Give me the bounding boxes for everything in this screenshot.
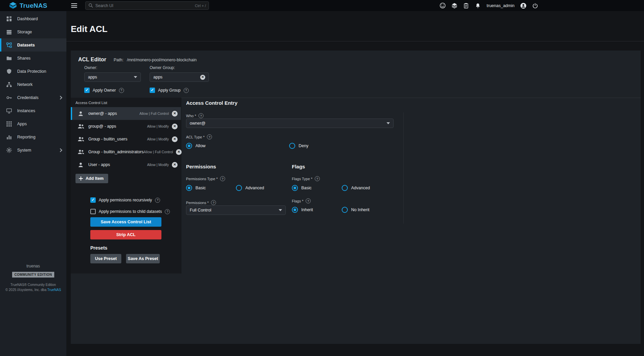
acl-entry-name: Group - builtin_administrators bbox=[88, 150, 144, 154]
help-icon[interactable] bbox=[165, 209, 170, 214]
help-icon[interactable] bbox=[211, 200, 216, 205]
radio-icon bbox=[186, 143, 192, 149]
who-select[interactable]: owner@ bbox=[186, 119, 394, 128]
checklist-clipboard-icon[interactable] bbox=[462, 1, 470, 10]
sidebar-item-data-protection[interactable]: Data Protection bbox=[0, 65, 66, 78]
user-avatar-icon[interactable] bbox=[519, 1, 528, 10]
sidebar-item-datasets[interactable]: Datasets bbox=[0, 38, 66, 52]
acl-entry-permissions: Allow | Modify bbox=[147, 124, 169, 128]
help-icon[interactable] bbox=[198, 113, 204, 118]
monitor-icon bbox=[6, 107, 12, 114]
flags-inherit-radio[interactable]: Inherit bbox=[292, 207, 313, 213]
flags-type-basic-radio[interactable]: Basic bbox=[292, 185, 312, 191]
gear-icon bbox=[6, 147, 12, 154]
help-icon[interactable] bbox=[119, 88, 124, 93]
sidebar-item-label: Reporting bbox=[17, 135, 35, 139]
plus-icon bbox=[79, 176, 83, 181]
owner-group-input[interactable] bbox=[153, 75, 194, 79]
apply-owner-checkbox[interactable] bbox=[84, 88, 90, 93]
sidebar-item-reporting[interactable]: Reporting bbox=[0, 130, 66, 143]
permissions-type-advanced-radio[interactable]: Advanced bbox=[236, 185, 264, 191]
search-input[interactable] bbox=[95, 3, 193, 8]
power-icon[interactable] bbox=[531, 1, 540, 10]
delete-icon[interactable] bbox=[176, 149, 182, 155]
chevron-right-icon bbox=[58, 148, 62, 152]
acl-list-header: Access Control List bbox=[75, 101, 107, 105]
flags-type-label-row: Flags Type * bbox=[292, 176, 320, 181]
delete-icon[interactable] bbox=[172, 124, 178, 129]
sidebar-item-label: Shares bbox=[17, 56, 31, 61]
use-preset-button[interactable]: Use Preset bbox=[90, 254, 121, 263]
acl-entry-row[interactable]: Group - builtin_users Allow | Modify bbox=[71, 133, 181, 145]
sidebar-item-storage[interactable]: Storage bbox=[0, 25, 66, 38]
apply-child-datasets-checkbox[interactable] bbox=[90, 209, 96, 214]
group-icon bbox=[78, 149, 85, 155]
save-acl-button[interactable]: Save Access Control List bbox=[90, 217, 161, 227]
path-value: /mnt/monero-pool/monero-blockchain bbox=[127, 58, 196, 62]
sidebar-item-shares[interactable]: Shares bbox=[0, 52, 66, 65]
help-icon[interactable] bbox=[306, 198, 311, 203]
acl-entry-permissions: Allow | Full Control bbox=[144, 150, 173, 154]
menu-toggle-button[interactable] bbox=[71, 2, 79, 9]
apply-group-checkbox[interactable] bbox=[150, 88, 155, 93]
delete-icon[interactable] bbox=[172, 136, 178, 142]
owner-label: Owner: bbox=[84, 65, 141, 70]
sidebar-item-apps[interactable]: Apps bbox=[0, 117, 66, 130]
help-icon[interactable] bbox=[184, 88, 189, 93]
access-control-entry-panel: Access Control Entry Who * owner@ ACL Ty… bbox=[181, 98, 641, 344]
global-search[interactable]: Ctrl + / bbox=[85, 1, 209, 10]
delete-icon[interactable] bbox=[172, 111, 178, 117]
username: truenas_admin bbox=[487, 3, 515, 8]
sidebar-nav: Dashboard Storage Datasets Shares bbox=[0, 11, 66, 157]
save-as-preset-button[interactable]: Save As Preset bbox=[126, 254, 160, 263]
strip-acl-button[interactable]: Strip ACL bbox=[90, 230, 161, 239]
help-icon[interactable] bbox=[220, 176, 225, 181]
hostname: truenas bbox=[0, 264, 66, 268]
jobs-layers-icon[interactable] bbox=[450, 1, 459, 10]
flags-no-inherit-radio[interactable]: No Inherit bbox=[342, 207, 369, 213]
sidebar-item-instances[interactable]: Instances bbox=[0, 104, 66, 117]
truenas-logo-icon bbox=[9, 1, 17, 10]
form-divider bbox=[403, 112, 404, 224]
acl-entry-row[interactable]: Group - builtin_administrators Allow | F… bbox=[71, 145, 181, 158]
dashboard-icon bbox=[6, 15, 12, 22]
acl-type-deny-radio[interactable]: Deny bbox=[289, 143, 308, 149]
help-icon[interactable] bbox=[315, 176, 320, 181]
owner-group-field: Owner Group: Apply Group bbox=[150, 65, 209, 93]
permissions-select[interactable]: Full Control bbox=[186, 205, 286, 215]
flags-section-title: Flags bbox=[292, 164, 305, 169]
copyright-link[interactable]: TrueNAS bbox=[47, 288, 61, 292]
delete-icon[interactable] bbox=[172, 162, 178, 168]
sidebar-item-network[interactable]: Network bbox=[0, 78, 66, 91]
owner-group-input-wrap bbox=[150, 72, 209, 82]
acl-entry-row[interactable]: group@ - apps Allow | Modify bbox=[71, 120, 181, 133]
acl-entry-row[interactable]: User - apps Allow | Modify bbox=[71, 158, 181, 171]
acl-editor-title: ACL Editor bbox=[78, 57, 106, 63]
apply-recursively-checkbox[interactable] bbox=[90, 197, 96, 203]
permissions-value: Full Control bbox=[190, 208, 211, 213]
flags-type-advanced-radio[interactable]: Advanced bbox=[342, 185, 370, 191]
sidebar-item-credentials[interactable]: Credentials bbox=[0, 91, 66, 104]
owner-select[interactable]: apps bbox=[84, 72, 141, 82]
sidebar-item-label: Instances bbox=[17, 108, 35, 113]
path-label: Path: bbox=[114, 58, 123, 62]
clear-icon[interactable] bbox=[200, 75, 205, 80]
add-item-button[interactable]: Add Item bbox=[75, 174, 108, 183]
sidebar-item-label: Storage bbox=[17, 30, 32, 34]
owner-value: apps bbox=[88, 75, 97, 79]
sidebar-item-dashboard[interactable]: Dashboard bbox=[0, 12, 66, 25]
apply-group-label: Apply Group bbox=[158, 88, 181, 93]
alerts-bell-icon[interactable] bbox=[473, 1, 482, 10]
sidebar: Dashboard Storage Datasets Shares bbox=[0, 11, 66, 356]
brand[interactable]: TrueNAS bbox=[9, 0, 47, 11]
help-icon[interactable] bbox=[155, 198, 160, 203]
sidebar-item-system[interactable]: System bbox=[0, 143, 66, 157]
permissions-type-basic-radio[interactable]: Basic bbox=[186, 185, 206, 191]
help-icon[interactable] bbox=[207, 134, 212, 139]
folder-icon bbox=[6, 55, 12, 62]
acl-type-allow-radio[interactable]: Allow bbox=[186, 143, 206, 149]
feedback-smiley-icon[interactable] bbox=[438, 1, 447, 10]
acl-entry-row[interactable]: owner@ - apps Allow | Full Control bbox=[71, 107, 181, 120]
radio-label: No Inherit bbox=[351, 207, 369, 212]
bar-chart-icon bbox=[6, 134, 12, 140]
